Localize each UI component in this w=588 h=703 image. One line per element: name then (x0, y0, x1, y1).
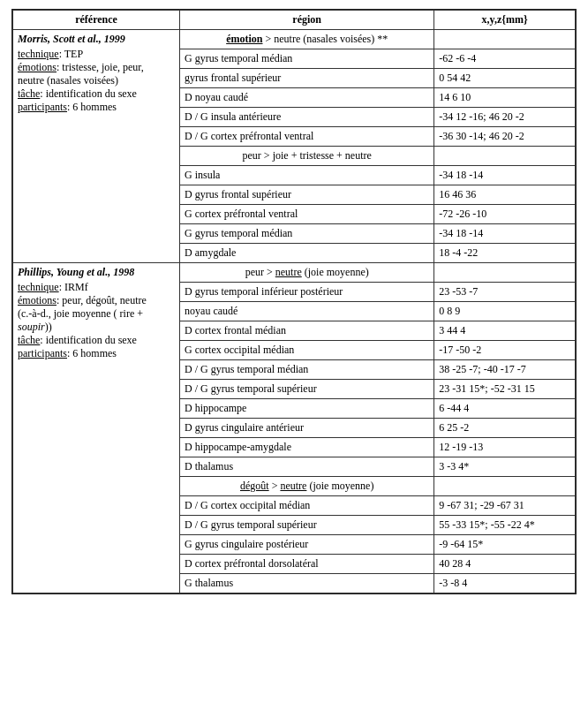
section2-peur-region-5: D / G gyrus temporal médian (180, 360, 434, 380)
section1-peur-region-2: D gyrus frontal supérieur (180, 185, 434, 205)
section1-region-3: D noyau caudé (180, 88, 434, 108)
section1-peur-xyz-3: -72 -26 -10 (434, 205, 576, 224)
section2-peur-xyz-9: 12 -19 -13 (434, 438, 576, 457)
section2-peur-xyz-4: -17 -50 -2 (434, 341, 576, 360)
section1-row: Morris, Scott et al., 1999 technique: TE… (13, 30, 576, 49)
section1-xyz-1: -62 -6 -4 (434, 49, 576, 69)
section2-deguout-region-4: D cortex préfrontal dorsolatéral (180, 555, 434, 574)
section1-xyz-4: -34 12 -16; 46 20 -2 (434, 108, 576, 127)
main-table: référence région x,y,z{mm} Morris, Scott… (12, 10, 576, 593)
section1-xyz-2: 0 54 42 (434, 69, 576, 88)
section1-peur-xyz-5: 18 -4 -22 (434, 244, 576, 263)
section1-xyz-empty2 (434, 147, 576, 166)
header-xyz: x,y,z{mm} (434, 11, 576, 30)
section2-deguout-xyz-3: -9 -64 15* (434, 535, 576, 555)
section2-soupir: soupir)) (18, 321, 175, 334)
section1-peur-region-5: D amygdale (180, 244, 434, 263)
section2-author: Phillips, Young et al., 1998 (18, 266, 175, 279)
section2-peur-xyz-7: 6 -44 4 (434, 399, 576, 419)
section1-technique: technique: TEP (18, 48, 175, 61)
section2-peur-xyz-3: 3 44 4 (434, 321, 576, 341)
section1-neutre: neutre (nasales voisées) (18, 74, 175, 87)
section2-deguout-xyz-2: 55 -33 15*; -55 -22 4* (434, 516, 576, 535)
section2-deguout-xyz-1: 9 -67 31; -29 -67 31 (434, 496, 576, 516)
section2-peur-region-9: D hippocampe-amygdale (180, 438, 434, 457)
section1-region-2: gyrus frontal supérieur (180, 69, 434, 88)
section2-peur-region-10: D thalamus (180, 457, 434, 477)
section2-peur-region-6: D / G gyrus temporal supérieur (180, 380, 434, 399)
section2-peur-xyz-5: 38 -25 -7; -40 -17 -7 (434, 360, 576, 380)
section1-emotions: émotions: tristesse, joie, peur, (18, 61, 175, 74)
section2-tache: tâche: identification du sexe (18, 334, 175, 347)
section1-emotion-header: émotion > neutre (nasales voisées) ** (180, 30, 434, 49)
section2-emotions: émotions: peur, dégoût, neutre (18, 294, 175, 307)
section2-reference: Phillips, Young et al., 1998 technique: … (13, 263, 180, 593)
section1-xyz-5: -36 30 -14; 46 20 -2 (434, 127, 576, 147)
section1-author: Morris, Scott et al., 1999 (18, 33, 175, 46)
section1-region-1: G gyrus temporal médian (180, 49, 434, 69)
section1-reference: Morris, Scott et al., 1999 technique: TE… (13, 30, 180, 263)
section2-peur-xyz-6: 23 -31 15*; -52 -31 15 (434, 380, 576, 399)
section2-peur-region-3: D cortex frontal médian (180, 321, 434, 341)
section1-peur-region-3: G cortex préfrontal ventral (180, 205, 434, 224)
section2-peur-region-2: noyau caudé (180, 302, 434, 321)
section1-peur-xyz-4: -34 18 -14 (434, 224, 576, 244)
section1-tache: tâche: identification du sexe (18, 87, 175, 101)
section2-peur-xyz-8: 6 25 -2 (434, 419, 576, 438)
section2-deguout-xyz-empty (434, 477, 576, 496)
section2-header-row: Phillips, Young et al., 1998 technique: … (13, 263, 576, 283)
section2-peur-region-7: D hippocampe (180, 399, 434, 419)
section2-peur-region-4: G cortex occipital médian (180, 341, 434, 360)
section2-cadj: (c.-à-d., joie moyenne ( rire + (18, 307, 175, 321)
section2-xyz-empty1 (434, 263, 576, 283)
section2-peur-region-8: D gyrus cingulaire antérieur (180, 419, 434, 438)
section2-peur-xyz-10: 3 -3 4* (434, 457, 576, 477)
section1-xyz-3: 14 6 10 (434, 88, 576, 108)
section2-technique: technique: IRMf (18, 281, 175, 294)
section2-participants: participants: 6 hommes (18, 347, 175, 360)
section1-peur-header: peur > joie + tristesse + neutre (180, 147, 434, 166)
section2-peur-xyz-2: 0 8 9 (434, 302, 576, 321)
section2-deguout-region-3: G gyrus cingulaire postérieur (180, 535, 434, 555)
section1-peur-region-1: G insula (180, 166, 434, 185)
section2-deguout-region-5: G thalamus (180, 574, 434, 593)
header-region: région (180, 11, 434, 30)
main-table-wrapper: référence région x,y,z{mm} Morris, Scott… (11, 9, 577, 594)
section1-peur-xyz-2: 16 46 36 (434, 185, 576, 205)
section2-deguout-region-2: D / G gyrus temporal supérieur (180, 516, 434, 535)
section2-deguout-xyz-4: 40 28 4 (434, 555, 576, 574)
section1-region-4: D / G insula antérieure (180, 108, 434, 127)
section2-peur-xyz-1: 23 -53 -7 (434, 283, 576, 302)
section1-peur-xyz-1: -34 18 -14 (434, 166, 576, 185)
section2-peur-region-1: D gyrus temporal inférieur postérieur (180, 283, 434, 302)
section1-participants: participants: 6 hommes (18, 101, 175, 114)
section1-region-5: D / G cortex préfrontal ventral (180, 127, 434, 147)
section1-peur-region-4: G gyrus temporal médian (180, 224, 434, 244)
section2-deguout-region-1: D / G cortex occipital médian (180, 496, 434, 516)
section1-xyz-empty1 (434, 30, 576, 49)
section2-deguout-xyz-5: -3 -8 4 (434, 574, 576, 593)
header-reference: référence (13, 11, 180, 30)
section2-peur-neutre-header: peur > neutre (joie moyenne) (180, 263, 434, 283)
section2-deguout-header: dégoût > neutre (joie moyenne) (180, 477, 434, 496)
